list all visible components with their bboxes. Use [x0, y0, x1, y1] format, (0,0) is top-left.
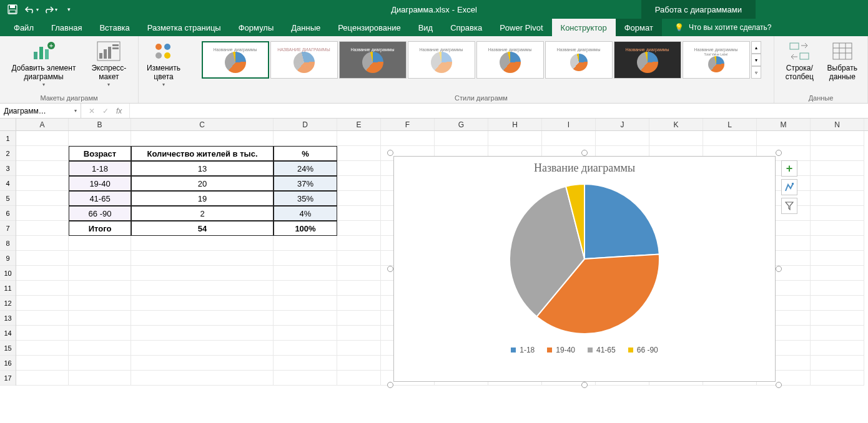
cell-A8[interactable]: [16, 236, 69, 251]
cell-B11[interactable]: [69, 281, 131, 296]
cell-A5[interactable]: [16, 191, 69, 206]
cell-C4[interactable]: 20: [131, 176, 274, 191]
cell-E8[interactable]: [337, 236, 381, 251]
cell-N1[interactable]: [811, 131, 864, 146]
row-header-12[interactable]: 12: [0, 296, 16, 311]
cell-N13[interactable]: [811, 311, 864, 326]
cell-E9[interactable]: [337, 251, 381, 266]
row-header-11[interactable]: 11: [0, 281, 16, 296]
cell-D7[interactable]: 100%: [274, 221, 337, 236]
tab-formulas[interactable]: Формулы: [230, 19, 283, 36]
tab-chart-design[interactable]: Конструктор: [552, 19, 616, 36]
cell-E3[interactable]: [337, 161, 381, 176]
row-header-8[interactable]: 8: [0, 236, 16, 251]
cell-N15[interactable]: [811, 341, 864, 356]
cell-E1[interactable]: [337, 131, 381, 146]
cell-B13[interactable]: [69, 311, 131, 326]
tell-me-search[interactable]: 💡 Что вы хотите сделать?: [666, 19, 781, 36]
cell-N11[interactable]: [811, 281, 864, 296]
cell-B12[interactable]: [69, 296, 131, 311]
cell-C3[interactable]: 13: [131, 161, 274, 176]
row-header-17[interactable]: 17: [0, 371, 16, 386]
tab-page-layout[interactable]: Разметка страницы: [139, 19, 230, 36]
row-header-5[interactable]: 5: [0, 191, 16, 206]
chart-style-4[interactable]: Название диаграммы: [408, 41, 475, 79]
tab-data[interactable]: Данные: [282, 19, 329, 36]
cell-A7[interactable]: [16, 221, 69, 236]
cell-A4[interactable]: [16, 176, 69, 191]
cell-D8[interactable]: [274, 236, 337, 251]
chart-styles-button[interactable]: [781, 179, 797, 195]
row-header-2[interactable]: 2: [0, 146, 16, 161]
cell-B8[interactable]: [69, 236, 131, 251]
cell-E2[interactable]: [337, 146, 381, 161]
cell-B15[interactable]: [69, 341, 131, 356]
cell-A3[interactable]: [16, 161, 69, 176]
cell-B4[interactable]: 19-40: [69, 176, 131, 191]
legend-item-19-40[interactable]: 19-40: [547, 346, 575, 354]
cell-D12[interactable]: [274, 296, 337, 311]
cell-A14[interactable]: [16, 326, 69, 341]
cell-B10[interactable]: [69, 266, 131, 281]
redo-button[interactable]: ▾: [41, 1, 59, 17]
pie-chart[interactable]: [506, 181, 663, 337]
cell-K1[interactable]: [649, 131, 703, 146]
col-header-C[interactable]: C: [131, 119, 274, 130]
row-header-16[interactable]: 16: [0, 356, 16, 371]
row-header-14[interactable]: 14: [0, 326, 16, 341]
cell-I1[interactable]: [542, 131, 596, 146]
qat-customize[interactable]: ▾: [60, 1, 77, 17]
cell-E5[interactable]: [337, 191, 381, 206]
cell-C16[interactable]: [131, 356, 274, 371]
add-chart-element-button[interactable]: + Добавить элемент диаграммы ▾: [5, 39, 82, 89]
cell-E17[interactable]: [337, 371, 381, 386]
cell-B17[interactable]: [69, 371, 131, 386]
select-data-button[interactable]: Выбрать данные: [822, 39, 863, 83]
cell-B5[interactable]: 41-65: [69, 191, 131, 206]
chart-style-3[interactable]: Название диаграммы: [339, 41, 407, 79]
cell-C9[interactable]: [131, 251, 274, 266]
gallery-scroll-down[interactable]: ▾: [751, 54, 761, 66]
legend-item-66 -90[interactable]: 66 -90: [628, 346, 658, 354]
tab-insert[interactable]: Вставка: [91, 19, 138, 36]
cell-D10[interactable]: [274, 266, 337, 281]
col-header-M[interactable]: M: [757, 119, 811, 130]
col-header-B[interactable]: B: [69, 119, 131, 130]
undo-button[interactable]: ▾: [22, 1, 40, 17]
tab-help[interactable]: Справка: [441, 19, 491, 36]
cell-L1[interactable]: [703, 131, 757, 146]
cell-C11[interactable]: [131, 281, 274, 296]
col-header-F[interactable]: F: [381, 119, 435, 130]
cell-C6[interactable]: 2: [131, 206, 274, 221]
legend-item-41-65[interactable]: 41-65: [588, 346, 616, 354]
cell-C8[interactable]: [131, 236, 274, 251]
cell-A16[interactable]: [16, 356, 69, 371]
col-header-E[interactable]: E: [337, 119, 381, 130]
cell-A11[interactable]: [16, 281, 69, 296]
cell-H1[interactable]: [488, 131, 542, 146]
cancel-icon[interactable]: ✕: [89, 107, 95, 115]
cell-N6[interactable]: [811, 206, 864, 221]
tab-home[interactable]: Главная: [42, 19, 91, 36]
formula-input[interactable]: [130, 104, 868, 118]
cell-E11[interactable]: [337, 281, 381, 296]
cell-B1[interactable]: [69, 131, 131, 146]
cell-D16[interactable]: [274, 356, 337, 371]
cell-B7[interactable]: Итого: [69, 221, 131, 236]
cell-C13[interactable]: [131, 311, 274, 326]
row-header-9[interactable]: 9: [0, 251, 16, 266]
tab-file[interactable]: Файл: [5, 19, 42, 36]
row-header-1[interactable]: 1: [0, 131, 16, 146]
cell-D4[interactable]: 37%: [274, 176, 337, 191]
tab-view[interactable]: Вид: [410, 19, 442, 36]
chart-filters-button[interactable]: [781, 198, 797, 214]
cell-A1[interactable]: [16, 131, 69, 146]
cell-D9[interactable]: [274, 251, 337, 266]
tab-powerpivot[interactable]: Power Pivot: [491, 19, 551, 36]
cell-D15[interactable]: [274, 341, 337, 356]
col-header-I[interactable]: I: [542, 119, 596, 130]
cell-N2[interactable]: [811, 146, 864, 161]
col-header-K[interactable]: K: [649, 119, 703, 130]
chart-style-7[interactable]: Название диаграммы: [614, 41, 681, 79]
cell-E14[interactable]: [337, 326, 381, 341]
